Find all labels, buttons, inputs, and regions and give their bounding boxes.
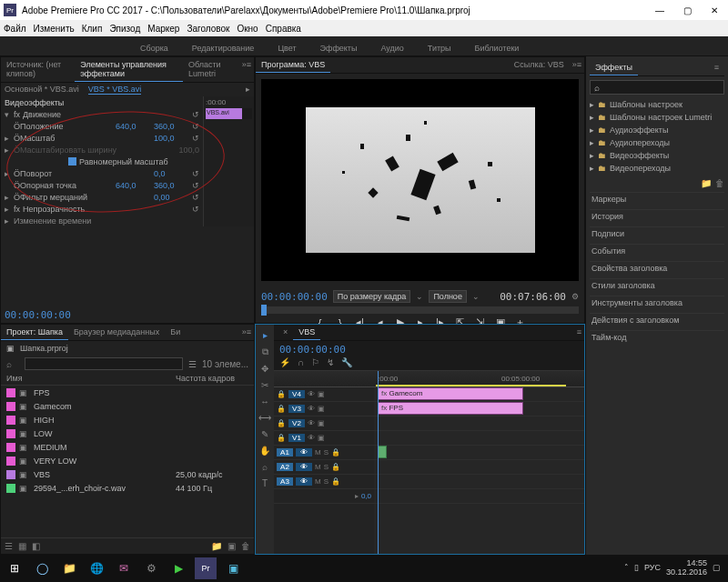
track-label[interactable]: V1 xyxy=(288,434,305,442)
fx-time-remap[interactable]: ▸Изменение времени xyxy=(1,215,203,226)
trash-icon[interactable]: 🗑 xyxy=(715,178,724,188)
project-item[interactable]: ▣29594_...erh_choir-c.wav44 100 Гц xyxy=(1,481,254,495)
menu-edit[interactable]: Изменить xyxy=(34,24,75,34)
program-monitor[interactable] xyxy=(261,79,579,281)
effects-search[interactable]: ⌕ xyxy=(590,80,724,95)
track-lane[interactable] xyxy=(374,460,584,475)
premiere-taskbar-icon[interactable]: Pr xyxy=(195,557,217,579)
track-lock-icon[interactable]: 🔒 xyxy=(277,390,286,398)
close-button[interactable]: ✕ xyxy=(701,0,728,20)
ws-tab-color[interactable]: Цвет xyxy=(274,41,299,55)
track-lock-icon[interactable]: 🔒 xyxy=(277,434,286,442)
track-label[interactable]: 👁 xyxy=(296,477,312,486)
panel-section[interactable]: Тайм-код xyxy=(590,330,724,344)
tab-libraries-short[interactable]: Би xyxy=(165,325,186,340)
col-fps[interactable]: Частота кадров xyxy=(176,374,248,383)
fx-opacity[interactable]: ▸fxНепрозрачность↺ xyxy=(1,203,203,215)
project-search-input[interactable] xyxy=(25,357,183,370)
type-tool-icon[interactable]: T xyxy=(262,478,268,488)
menu-title[interactable]: Заголовок xyxy=(187,24,229,34)
settings-icon[interactable]: ↯ xyxy=(327,357,334,367)
panel-section[interactable]: Стили заголовка xyxy=(590,278,724,292)
project-item[interactable]: ▣Gamecom xyxy=(1,399,254,413)
snap-icon[interactable]: ⚡ xyxy=(279,357,290,367)
selection-tool-icon[interactable]: ▸ xyxy=(263,330,268,340)
maximize-button[interactable]: ▢ xyxy=(673,0,701,20)
search-icon[interactable]: ⌕ xyxy=(6,359,19,369)
panel-section[interactable]: Подписи xyxy=(590,226,724,240)
tab-project[interactable]: Проект: Шапка xyxy=(1,325,68,340)
timeline-clip[interactable]: fx Gamecom xyxy=(378,387,523,400)
project-item[interactable]: ▣LOW xyxy=(1,426,254,440)
panel-section[interactable]: Свойства заголовка xyxy=(590,261,724,275)
project-item[interactable]: ▣MEDIUM xyxy=(1,440,254,454)
panel-menu-icon[interactable]: ≡ xyxy=(709,60,724,75)
prop-anchor[interactable]: Ö Опорная точка640,0360,0↺ xyxy=(1,179,203,191)
prop-position[interactable]: Ö Положение640,0360,0↺ xyxy=(1,120,203,132)
ripple-tool-icon[interactable]: ✥ xyxy=(261,364,268,374)
menu-clip[interactable]: Клип xyxy=(82,24,103,34)
track-toggle-icon[interactable]: 👁 xyxy=(308,419,315,427)
menu-help[interactable]: Справка xyxy=(266,24,301,34)
chrome-icon[interactable]: 🌐 xyxy=(86,557,107,579)
solo-icon[interactable]: S xyxy=(324,448,329,457)
menu-sequence[interactable]: Эпизод xyxy=(109,24,140,34)
sequence-clip-tab[interactable]: VBS * VBS.avi xyxy=(88,85,142,95)
play-icon[interactable]: ▸ xyxy=(246,85,250,95)
source-patch[interactable]: A2 xyxy=(277,463,293,471)
linked-selection-icon[interactable]: ∩ xyxy=(298,357,304,367)
program-scrubber[interactable] xyxy=(261,306,579,314)
effects-folder[interactable]: ▸🖿Аудиопереходы xyxy=(590,136,724,149)
video-track-head[interactable]: 🔒V3👁▣ xyxy=(274,402,374,416)
tab-program[interactable]: Программа: VBS xyxy=(256,57,330,73)
slide-tool-icon[interactable]: ⟷ xyxy=(258,413,271,423)
track-toggle-icon[interactable]: 👁 xyxy=(308,405,315,413)
timeline-clip[interactable]: fx FPS xyxy=(378,402,523,415)
project-item[interactable]: ▣FPS xyxy=(1,386,254,399)
xbox-icon[interactable]: ▶ xyxy=(167,557,189,579)
settings-icon[interactable]: ⚙ xyxy=(140,557,162,579)
ws-tab-effects[interactable]: Эффекты xyxy=(317,41,361,55)
project-item[interactable]: ▣VERY LOW xyxy=(1,454,254,467)
effects-folder[interactable]: ▸🖿Видеоэффекты xyxy=(590,149,724,162)
audio-track-head[interactable]: A2👁MS🔒 xyxy=(274,460,374,475)
track-lane[interactable] xyxy=(374,446,584,460)
timeline-playhead[interactable] xyxy=(378,371,379,554)
track-lane[interactable] xyxy=(374,475,584,489)
playhead-handle[interactable] xyxy=(261,305,267,316)
source-patch[interactable]: A3 xyxy=(277,477,293,486)
track-label[interactable]: V2 xyxy=(288,419,305,427)
track-label[interactable]: 👁 xyxy=(296,448,312,457)
track-label[interactable]: 👁 xyxy=(296,463,312,471)
timeline-tc[interactable]: 00:00:00:00 xyxy=(279,344,579,356)
tray-battery-icon[interactable]: ▯ xyxy=(634,564,639,573)
source-patch[interactable]: A1 xyxy=(277,448,293,457)
track-lane[interactable] xyxy=(374,489,584,504)
ws-tab-audio[interactable]: Аудио xyxy=(377,41,407,55)
panel-section[interactable]: Инструменты заголовка xyxy=(590,296,724,309)
project-item[interactable]: ▣HIGH xyxy=(1,413,254,426)
audio-track-head[interactable]: A3👁MS🔒 xyxy=(274,475,374,489)
ws-tab-assembly[interactable]: Сборка xyxy=(136,41,172,55)
wrench-icon[interactable]: 🔧 xyxy=(341,357,352,367)
solo-icon[interactable]: S xyxy=(324,463,329,471)
ws-tab-editing[interactable]: Редактирование xyxy=(188,41,258,55)
track-toggle-icon[interactable]: 👁 xyxy=(308,390,315,398)
track-select-tool-icon[interactable]: ⧉ xyxy=(262,346,268,357)
explorer-icon[interactable]: 📁 xyxy=(58,557,80,579)
solo-icon[interactable]: S xyxy=(324,477,329,486)
panel-menu-icon[interactable]: »≡ xyxy=(570,57,584,73)
panel-menu-icon[interactable]: ≡ xyxy=(574,325,584,340)
track-lane[interactable] xyxy=(374,416,584,431)
hand-tool-icon[interactable]: ✋ xyxy=(259,446,270,456)
video-track-head[interactable]: 🔒V4👁▣ xyxy=(274,387,374,402)
track-label[interactable]: V3 xyxy=(288,405,305,413)
track-lock-icon[interactable]: 🔒 xyxy=(277,419,286,427)
panel-section[interactable]: Маркеры xyxy=(590,192,724,206)
zoom-tool-icon[interactable]: ⌕ xyxy=(262,462,268,472)
project-item[interactable]: ▣VBS25,00 кадр/с xyxy=(1,467,254,481)
tab-reference[interactable]: Ссылка: VBS xyxy=(509,57,570,73)
panel-section[interactable]: История xyxy=(590,209,724,223)
checkbox-icon[interactable] xyxy=(68,157,76,166)
start-button[interactable]: ⊞ xyxy=(4,557,25,579)
